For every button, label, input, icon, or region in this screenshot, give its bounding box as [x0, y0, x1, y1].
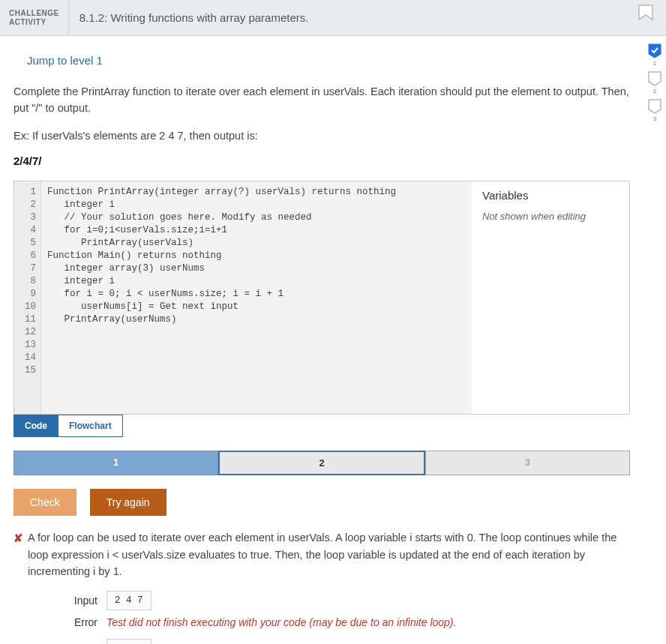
line-number: 13 [14, 339, 36, 352]
progress-num: 3 [653, 115, 656, 122]
shield-icon [648, 71, 662, 86]
tab-code[interactable]: Code [14, 415, 58, 437]
error-x-icon: ✘ [14, 529, 23, 580]
code-line: integer i [47, 199, 466, 211]
line-number: 7 [14, 262, 36, 275]
test-run-1-input: Input 2 4 7 [66, 591, 630, 610]
progress-item-3[interactable]: 3 [648, 99, 662, 122]
error-text: Test did not finish executing with your … [106, 616, 456, 628]
variables-panel: Variables Not shown when editing [472, 181, 629, 414]
code-line: userNums[i] = Get next input [47, 301, 466, 313]
code-line: // Your solution goes here. Modify as ne… [47, 211, 466, 224]
code-line: PrintArray(userVals) [47, 237, 466, 250]
instruction-paragraph-1: Complete the PrintArray function to iter… [14, 83, 630, 117]
error-label: Error [66, 616, 98, 628]
step-2[interactable]: 2 [218, 451, 424, 475]
shield-icon [648, 99, 662, 114]
code-line: Function Main() returns nothing [47, 250, 466, 262]
line-number: 5 [14, 237, 36, 250]
variables-message: Not shown when editing [482, 211, 619, 222]
step-3[interactable]: 3 [425, 451, 630, 475]
activity-title: 8.1.2: Writing functions with array para… [69, 0, 636, 35]
test-run-2-input: Input 9 6 3 [66, 639, 630, 644]
feedback-message: ✘ A for loop can be used to iterate over… [14, 529, 630, 580]
code-lines[interactable]: Function PrintArray(integer array(?) use… [41, 181, 472, 414]
example-output: 2/4/7/ [14, 154, 630, 167]
line-number: 4 [14, 224, 36, 237]
progress-num: 2 [653, 88, 656, 94]
line-number: 2 [14, 199, 36, 211]
input-value: 2 4 7 [106, 591, 152, 610]
attempt-step-row: 1 2 3 [14, 451, 630, 475]
line-number: 1 [14, 186, 36, 199]
step-1[interactable]: 1 [14, 451, 218, 475]
progress-item-1[interactable]: 1 [648, 43, 662, 67]
line-number-gutter: 1 2 3 4 5 6 7 8 9 10 11 12 13 14 15 [14, 181, 41, 414]
code-line: PrintArray(userNums) [47, 313, 466, 326]
progress-sidebar: 1 2 3 [644, 36, 666, 644]
line-number: 3 [14, 211, 36, 224]
code-editor-container: 1 2 3 4 5 6 7 8 9 10 11 12 13 14 15 [14, 181, 630, 415]
progress-num: 1 [653, 60, 656, 67]
code-line: for i=0;i<userVals.size;i=i+1 [47, 224, 466, 237]
activity-type-line2: ACTIVITY [9, 18, 59, 27]
check-button[interactable]: Check [14, 489, 76, 516]
bookmark-icon [638, 4, 654, 24]
progress-item-2[interactable]: 2 [648, 71, 662, 94]
variables-title: Variables [482, 189, 619, 202]
action-button-row: Check Try again [14, 489, 630, 516]
code-line: for i = 0; i < userNums.size; i = i + 1 [47, 288, 466, 301]
line-number: 6 [14, 250, 36, 262]
jump-to-level-link[interactable]: Jump to level 1 [27, 54, 630, 67]
feedback-text: A for loop can be used to iterate over e… [28, 529, 630, 580]
input-value: 9 6 3 [106, 639, 152, 644]
code-line: integer array(3) userNums [47, 262, 466, 275]
activity-header: CHALLENGE ACTIVITY 8.1.2: Writing functi… [0, 0, 666, 36]
line-number: 8 [14, 275, 36, 288]
try-again-button[interactable]: Try again [90, 489, 166, 516]
line-number: 15 [14, 364, 36, 377]
tab-flowchart[interactable]: Flowchart [58, 415, 123, 437]
line-number: 10 [14, 301, 36, 313]
activity-type-line1: CHALLENGE [9, 9, 59, 18]
line-number: 12 [14, 326, 36, 339]
activity-type-label: CHALLENGE ACTIVITY [0, 0, 69, 35]
code-line: Function PrintArray(integer array(?) use… [47, 186, 466, 199]
line-number: 14 [14, 352, 36, 364]
shield-check-icon [648, 43, 662, 58]
editor-view-tabs: Code Flowchart [14, 415, 630, 437]
input-label: Input [66, 595, 98, 607]
bookmark-button[interactable] [636, 4, 656, 35]
line-number: 11 [14, 313, 36, 326]
line-number: 9 [14, 288, 36, 301]
instruction-paragraph-2: Ex: If userVals's elements are 2 4 7, th… [14, 127, 630, 144]
code-line: integer i [47, 275, 466, 288]
test-run-1-error: Error Test did not finish executing with… [66, 616, 630, 628]
code-editor[interactable]: 1 2 3 4 5 6 7 8 9 10 11 12 13 14 15 [14, 181, 472, 414]
